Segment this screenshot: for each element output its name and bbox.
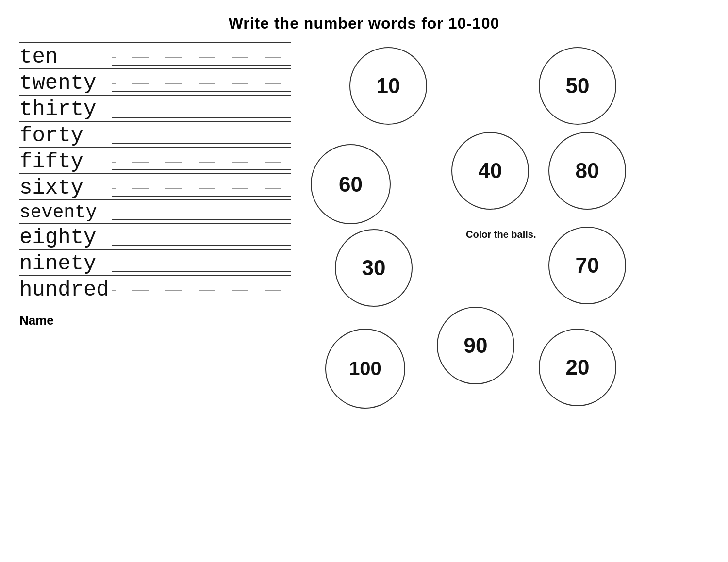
- word-entry-hundred: hundred: [19, 275, 291, 300]
- writing-lines-hundred: [112, 290, 291, 300]
- word-entry-twenty: twenty: [19, 68, 291, 94]
- name-label: Name: [19, 313, 73, 330]
- word-entry-eighty: eighty: [19, 223, 291, 248]
- dotted-line: [112, 290, 291, 291]
- ball-100-value: 100: [349, 358, 381, 380]
- ball-80-value: 80: [576, 159, 599, 183]
- page-title: Write the number words for 10-100: [19, 15, 709, 33]
- right-section: 10 50 60 40 80 Color: [301, 42, 709, 536]
- ball-30: 30: [335, 229, 413, 307]
- left-section: ten twenty: [19, 42, 301, 536]
- writing-lines-eighty: [112, 238, 291, 248]
- content-area: ten twenty: [19, 42, 709, 536]
- word-label-hundred: hundred: [19, 279, 112, 300]
- writing-lines-seventy: [112, 212, 291, 222]
- solid-line: [112, 298, 291, 298]
- word-label-forty: forty: [19, 125, 112, 146]
- ball-50-value: 50: [566, 74, 590, 98]
- solid-line: [112, 271, 291, 272]
- ball-90: 90: [437, 307, 514, 384]
- dotted-line: [112, 110, 291, 110]
- writing-lines-twenty: [112, 83, 291, 94]
- writing-lines-fifty: [112, 162, 291, 172]
- solid-line: [112, 219, 291, 220]
- ball-60-value: 60: [339, 172, 363, 197]
- dotted-line: [112, 83, 291, 84]
- ball-100: 100: [325, 329, 405, 409]
- writing-lines-ninety: [112, 264, 291, 274]
- ball-80: 80: [548, 132, 626, 210]
- word-label-seventy: seventy: [19, 203, 112, 222]
- ball-10: 10: [349, 47, 427, 125]
- word-label-thirty: thirty: [19, 99, 112, 120]
- ball-70: 70: [548, 227, 626, 304]
- writing-lines-ten: [112, 57, 291, 67]
- dotted-line: [112, 188, 291, 189]
- ball-90-value: 90: [464, 333, 488, 358]
- word-label-ninety: ninety: [19, 253, 112, 274]
- solid-line: [112, 91, 291, 92]
- word-label-sixty: sixty: [19, 177, 112, 198]
- ball-30-value: 30: [362, 256, 386, 280]
- solid-line: [112, 117, 291, 118]
- name-line: [73, 330, 291, 330]
- name-row: Name: [19, 308, 291, 330]
- word-entry-seventy: seventy: [19, 199, 291, 222]
- dotted-line: [112, 57, 291, 58]
- ball-20-value: 20: [566, 355, 590, 380]
- ball-10-value: 10: [377, 74, 400, 98]
- word-label-fifty: fifty: [19, 151, 112, 172]
- word-entry-sixty: sixty: [19, 173, 291, 198]
- writing-lines-forty: [112, 136, 291, 146]
- dotted-line: [112, 162, 291, 163]
- balls-container: 10 50 60 40 80 Color: [301, 42, 709, 421]
- writing-lines-sixty: [112, 188, 291, 198]
- dotted-line: [112, 212, 291, 212]
- solid-line: [112, 245, 291, 246]
- word-entry-forty: forty: [19, 121, 291, 146]
- solid-line: [112, 143, 291, 144]
- ball-50: 50: [539, 47, 616, 125]
- word-entry-ninety: ninety: [19, 249, 291, 274]
- ball-70-value: 70: [576, 253, 599, 278]
- dotted-line: [112, 264, 291, 264]
- dotted-line: [112, 238, 291, 238]
- word-label-ten: ten: [19, 46, 112, 67]
- word-entry-ten: ten: [19, 42, 291, 67]
- dotted-line: [112, 136, 291, 136]
- ball-60: 60: [311, 144, 391, 224]
- ball-40: 40: [451, 132, 529, 210]
- ball-20: 20: [539, 329, 616, 406]
- writing-lines-thirty: [112, 110, 291, 120]
- color-instruction: Color the balls.: [466, 229, 536, 240]
- ball-40-value: 40: [479, 159, 502, 183]
- word-label-twenty: twenty: [19, 72, 112, 94]
- word-entry-thirty: thirty: [19, 95, 291, 120]
- solid-line: [112, 196, 291, 197]
- solid-line: [112, 65, 291, 66]
- word-entry-fifty: fifty: [19, 147, 291, 172]
- word-label-eighty: eighty: [19, 227, 112, 248]
- worksheet-page: Write the number words for 10-100 ten: [0, 0, 728, 562]
- solid-line: [112, 169, 291, 170]
